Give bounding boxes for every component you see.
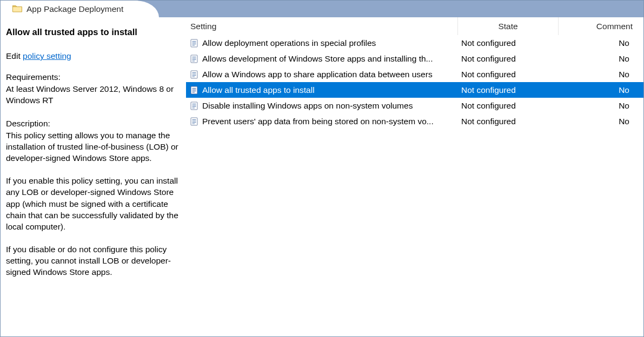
edit-policy-link[interactable]: policy setting	[23, 51, 71, 60]
svg-rect-0	[191, 39, 197, 47]
description-paragraph: If you disable or do not configure this …	[6, 244, 182, 278]
cell-setting: Disable installing Windows apps on non-s…	[186, 101, 458, 111]
policy-setting-icon	[189, 101, 199, 111]
svg-rect-10	[191, 71, 197, 78]
settings-row[interactable]: Allow deployment operations in special p…	[186, 35, 643, 51]
setting-name: Prevent users' app data from being store…	[202, 117, 458, 126]
svg-rect-15	[191, 86, 197, 94]
cell-setting: Prevent users' app data from being store…	[186, 117, 458, 126]
settings-row[interactable]: Allow a Windows app to share application…	[186, 66, 643, 82]
svg-rect-25	[191, 118, 197, 125]
details-pane: Allow all trusted apps to install Edit p…	[1, 17, 186, 336]
settings-rows: Allow deployment operations in special p…	[186, 35, 643, 129]
cell-comment: No	[559, 54, 643, 64]
cell-state: Not configured	[458, 54, 559, 64]
description-label: Description:	[6, 118, 182, 129]
setting-name: Allow all trusted apps to install	[202, 85, 458, 95]
setting-name: Allows development of Windows Store apps…	[202, 54, 458, 64]
settings-row[interactable]: Prevent users' app data from being store…	[186, 113, 643, 129]
svg-rect-5	[191, 55, 197, 63]
edit-prefix: Edit	[6, 51, 23, 60]
cell-comment: No	[559, 117, 643, 126]
cell-state: Not configured	[458, 85, 559, 95]
description-paragraph: If you enable this policy setting, you c…	[6, 175, 182, 233]
policy-setting-icon	[189, 85, 199, 95]
settings-list-pane: Setting State Comment Allow deployment o…	[186, 17, 643, 336]
cell-state: Not configured	[458, 38, 559, 48]
policy-setting-icon	[189, 117, 199, 126]
folder-icon	[12, 4, 22, 12]
title-bar: App Package Deployment	[1, 1, 643, 17]
column-header-state[interactable]: State	[458, 17, 559, 35]
edit-line: Edit policy setting	[6, 50, 182, 62]
cell-setting: Allows development of Windows Store apps…	[186, 54, 458, 64]
cell-setting: Allow all trusted apps to install	[186, 85, 458, 95]
settings-row[interactable]: Allows development of Windows Store apps…	[186, 51, 643, 66]
column-header-comment[interactable]: Comment	[559, 17, 643, 35]
cell-state: Not configured	[458, 101, 559, 111]
cell-setting: Allow deployment operations in special p…	[186, 38, 458, 48]
setting-name: Disable installing Windows apps on non-s…	[202, 101, 458, 111]
cell-comment: No	[559, 38, 643, 48]
description-paragraph: This policy setting allows you to manage…	[6, 130, 182, 164]
title-tab: App Package Deployment	[1, 1, 147, 17]
column-header-setting[interactable]: Setting	[186, 17, 458, 35]
requirements-label: Requirements:	[6, 71, 182, 83]
settings-row[interactable]: Disable installing Windows apps on non-s…	[186, 98, 643, 113]
requirements-text: At least Windows Server 2012, Windows 8 …	[6, 83, 182, 106]
cell-comment: No	[559, 101, 643, 111]
cell-comment: No	[559, 70, 643, 79]
settings-row[interactable]: Allow all trusted apps to installNot con…	[186, 82, 643, 98]
policy-setting-icon	[189, 70, 199, 79]
policy-setting-icon	[189, 38, 199, 48]
policy-setting-icon	[189, 54, 199, 64]
cell-setting: Allow a Windows app to share application…	[186, 70, 458, 79]
title-text: App Package Deployment	[26, 4, 123, 14]
content-area: Allow all trusted apps to install Edit p…	[1, 17, 643, 336]
column-headers: Setting State Comment	[186, 17, 643, 35]
cell-state: Not configured	[458, 70, 559, 79]
svg-rect-20	[191, 102, 197, 110]
cell-comment: No	[559, 85, 643, 95]
selected-policy-title: Allow all trusted apps to install	[6, 26, 182, 38]
setting-name: Allow a Windows app to share application…	[202, 70, 458, 79]
cell-state: Not configured	[458, 117, 559, 126]
setting-name: Allow deployment operations in special p…	[202, 38, 458, 48]
